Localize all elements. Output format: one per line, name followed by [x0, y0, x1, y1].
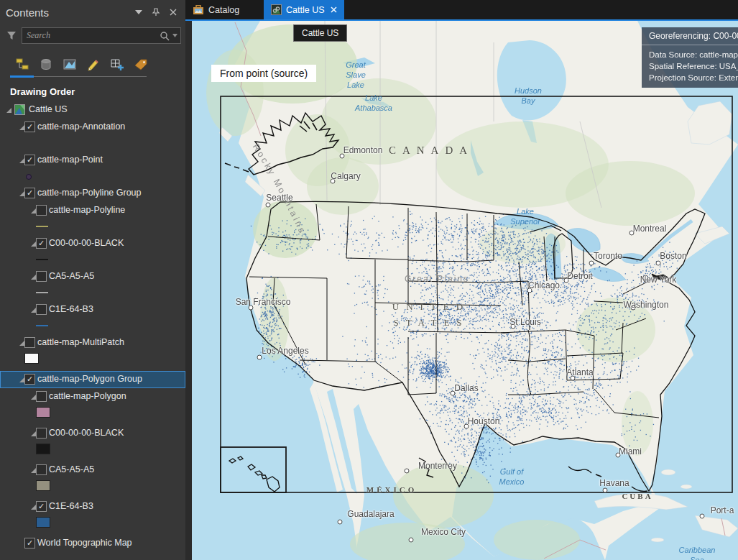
symbol-row [0, 252, 185, 268]
fill-symbol-swatch[interactable] [36, 517, 50, 528]
list-by-selection-icon[interactable] [57, 55, 81, 74]
map-hover-tooltip: Cattle US [293, 24, 347, 42]
pin-icon[interactable] [149, 6, 162, 19]
symbol-row [0, 136, 185, 152]
layer-row-c00-00-00-black[interactable]: C00-00-00-BLACK [0, 235, 185, 252]
georeferencing-spatial-reference: Spatial Reference: USA_C [649, 60, 738, 72]
symbol-row [0, 442, 185, 462]
list-by-snapping-icon[interactable] [105, 55, 129, 74]
tab-close-icon[interactable] [331, 6, 337, 13]
georeferencing-mode-label: From point (source) [211, 65, 316, 82]
tab-catalog[interactable]: Catalog [185, 0, 246, 19]
layer-checkbox-unchecked[interactable] [24, 337, 35, 348]
layer-label: C00-00-00-BLACK [49, 428, 124, 438]
line-symbol-swatch[interactable] [36, 325, 48, 326]
layer-label: World Topographic Map [37, 538, 132, 548]
contents-panel: Contents Drawing Order Cattle UScattle-m… [0, 0, 185, 560]
point-symbol-swatch[interactable] [26, 174, 32, 180]
layer-row-ca5-a5-a5[interactable]: CA5-A5-A5 [0, 462, 185, 479]
layer-checkbox-unchecked[interactable] [36, 428, 47, 439]
close-icon[interactable] [167, 6, 180, 19]
layer-row-cattle-map-multipatch[interactable]: cattle-map-MultiPatch [0, 334, 185, 352]
layer-row-ca5-a5-a5[interactable]: CA5-A5-A5 [0, 268, 185, 285]
drawing-order-heading: Drawing Order [0, 78, 185, 101]
layer-label: C1E-64-B3 [49, 501, 93, 511]
line-symbol-swatch[interactable] [36, 226, 48, 227]
search-box [22, 27, 181, 44]
georeferencing-tooltip: Georeferencing: C00-00 Data Source: catt… [642, 27, 738, 88]
layer-label: cattle-map-Point [37, 155, 103, 165]
layer-label: cattle-map-MultiPatch [37, 337, 124, 347]
layer-label: C00-00-00-BLACK [49, 238, 124, 248]
svg-text:Rocky Mountains: Rocky Mountains [251, 142, 308, 237]
symbol-row [0, 318, 185, 334]
layer-label: C1E-64-B3 [49, 304, 93, 314]
layer-tree: Cattle UScattle-map-Annotationcattle-map… [0, 101, 185, 552]
line-symbol-swatch[interactable] [36, 292, 48, 293]
tab-label: Cattle US [286, 5, 325, 15]
catalog-icon [193, 5, 204, 15]
list-by-labeling-icon[interactable] [129, 55, 152, 74]
layer-row-cattle-map-annotation[interactable]: cattle-map-Annotation [0, 119, 185, 136]
symbol-row [0, 219, 185, 235]
layer-row-cattle-map-polygon[interactable]: cattle-map-Polygon [0, 388, 185, 405]
filter-icon[interactable] [4, 29, 19, 43]
search-row [0, 24, 185, 48]
layer-label: Cattle US [29, 104, 68, 114]
symbol-row [0, 352, 185, 371]
layer-row-cattle-map-point[interactable]: cattle-map-Point [0, 152, 185, 169]
search-input[interactable] [25, 29, 160, 42]
layer-row-c1e-64-b3[interactable]: C1E-64-B3 [0, 301, 185, 318]
fill-symbol-swatch[interactable] [36, 407, 50, 418]
symbol-row [0, 479, 185, 498]
list-by-drawing-order-icon[interactable] [10, 55, 34, 74]
layer-row-cattle-map-polyline[interactable]: cattle-map-Polyline [0, 202, 185, 219]
layer-checkbox-unchecked[interactable] [36, 205, 47, 216]
search-dropdown-chevron-icon[interactable] [172, 34, 177, 37]
georeferencing-tooltip-title: Georeferencing: C00-00 [642, 27, 738, 45]
layer-checkbox-checked[interactable] [36, 238, 47, 249]
layer-row-c1e-64-b3[interactable]: C1E-64-B3 [0, 498, 185, 515]
layer-label: cattle-map-Annotation [37, 121, 125, 132]
contents-panel-header: Contents [0, 0, 185, 24]
layer-row-cattle-map-polygon-group[interactable]: cattle-map-Polygon Group [0, 371, 185, 388]
layer-checkbox-unchecked[interactable] [36, 391, 47, 402]
toolbar-active-indicator [10, 75, 175, 78]
list-by-data-source-icon[interactable] [34, 55, 57, 74]
layer-checkbox-checked[interactable] [24, 188, 35, 198]
georeferencing-projection-source: Projection Source: Exter [649, 72, 738, 83]
georeference-overlay: Rocky Mountains [192, 21, 738, 560]
fill-symbol-swatch[interactable] [24, 353, 39, 364]
layer-checkbox-checked[interactable] [24, 538, 35, 548]
layer-checkbox-checked[interactable] [24, 121, 35, 132]
symbol-row [0, 169, 185, 185]
layer-checkbox-checked[interactable] [24, 155, 35, 165]
tab-label: Catalog [208, 5, 239, 15]
fill-symbol-swatch[interactable] [36, 480, 50, 491]
layer-label: CA5-A5-A5 [49, 271, 94, 281]
layer-checkbox-unchecked[interactable] [36, 304, 47, 315]
layer-row-cattle-map-polyline-group[interactable]: cattle-map-Polyline Group [0, 185, 185, 202]
layer-row-c00-00-00-black[interactable]: C00-00-00-BLACK [0, 425, 185, 442]
layer-label: cattle-map-Polygon [49, 391, 126, 401]
layer-checkbox-checked[interactable] [36, 501, 47, 512]
map-thumbnail-icon[interactable] [14, 104, 25, 115]
fill-symbol-swatch[interactable] [36, 444, 50, 454]
layer-label: cattle-map-Polyline [49, 205, 125, 215]
layer-row-world-topographic-map[interactable]: World Topographic Map [0, 535, 185, 552]
layer-checkbox-checked[interactable] [24, 374, 35, 385]
panel-menu-chevron-icon[interactable] [132, 6, 145, 19]
line-symbol-swatch[interactable] [36, 259, 48, 260]
layer-row-cattle-us[interactable]: Cattle US [0, 101, 185, 119]
list-by-editing-icon[interactable] [81, 55, 105, 74]
symbol-row [0, 285, 185, 301]
layer-label: cattle-map-Polyline Group [37, 188, 142, 198]
tab-cattle-us[interactable]: Cattle US [264, 0, 344, 19]
georeferencing-data-source: Data Source: cattle-map [649, 49, 738, 60]
layer-checkbox-unchecked[interactable] [36, 464, 47, 475]
layer-checkbox-unchecked[interactable] [36, 271, 47, 282]
map-viewport[interactable]: Rocky Mountains EdmontonCalgarySeattleMo… [192, 21, 738, 560]
expander-icon[interactable] [6, 107, 13, 114]
layer-label: cattle-map-Polygon Group [37, 374, 142, 384]
search-icon[interactable] [160, 31, 170, 41]
